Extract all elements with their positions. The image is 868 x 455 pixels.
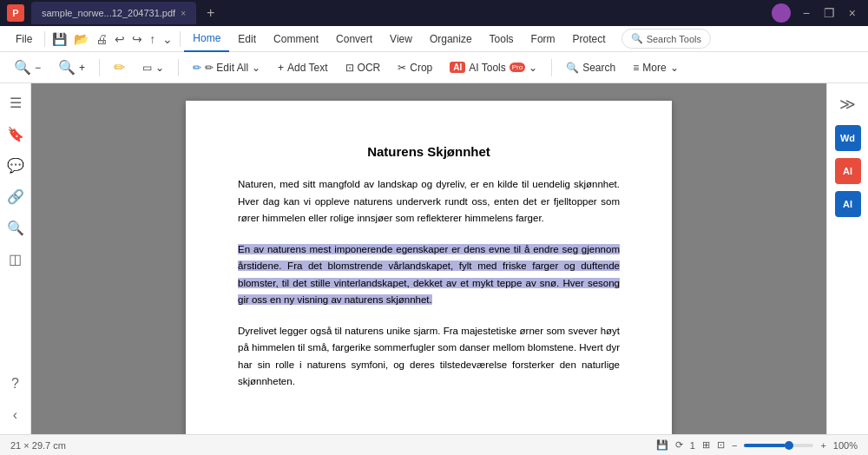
nav-menu: Home Edit Comment Convert View Organize … bbox=[184, 26, 614, 52]
menu-item-protect[interactable]: Protect bbox=[564, 26, 615, 52]
new-tab-button[interactable]: + bbox=[207, 5, 214, 21]
ocr-icon: ⊡ bbox=[345, 62, 354, 74]
document-tab[interactable]: sample_norwe...12_204731.pdf × bbox=[31, 2, 196, 24]
menu-item-convert[interactable]: Convert bbox=[327, 26, 381, 52]
toolbar-sep2 bbox=[178, 59, 179, 76]
edit-all-label: ✏ Edit All bbox=[205, 62, 248, 74]
zoom-out-button[interactable]: 🔍 − bbox=[7, 56, 48, 80]
zoom-in-button[interactable]: 🔍 + bbox=[51, 56, 92, 80]
document-page: Naturens Skjønnhet Naturen, med sitt man… bbox=[186, 101, 672, 434]
menu-divider bbox=[44, 31, 45, 47]
ai2-icon: AI bbox=[843, 199, 852, 209]
zoom-out-icon: 🔍 bbox=[14, 59, 31, 76]
minimize-button[interactable]: − bbox=[798, 4, 815, 22]
crop-label: Crop bbox=[410, 62, 432, 74]
document-area: Naturens Skjønnhet Naturen, med sitt man… bbox=[31, 83, 826, 434]
print-button[interactable]: 🖨 bbox=[92, 30, 111, 48]
zoom-level: 100% bbox=[833, 440, 858, 451]
paragraph-3: Dyrelivet legger også til naturens unike… bbox=[238, 323, 620, 391]
save-button[interactable]: 💾 bbox=[49, 30, 70, 48]
help-button[interactable]: ? bbox=[3, 372, 28, 396]
expand-panel-button[interactable]: ≫ bbox=[834, 90, 862, 118]
toolbar-sep3 bbox=[551, 59, 552, 76]
tab-label: sample_norwe...12_204731.pdf bbox=[42, 8, 175, 18]
more-label: More bbox=[642, 62, 666, 74]
page-number: 1 bbox=[690, 440, 695, 451]
comments-button[interactable]: 💬 bbox=[3, 153, 28, 177]
crop-button[interactable]: ✂ Crop bbox=[391, 56, 439, 80]
ai-tools-label: AI Tools bbox=[469, 62, 505, 74]
word-plugin-button[interactable]: Wd bbox=[835, 125, 861, 151]
menu-item-organize[interactable]: Organize bbox=[421, 26, 481, 52]
ai2-plugin-button[interactable]: AI bbox=[835, 191, 861, 217]
left-panel: ☰ 🔖 💬 🔗 🔍 ◫ ? ‹ bbox=[0, 83, 31, 434]
menu-item-edit[interactable]: Edit bbox=[229, 26, 265, 52]
search-button[interactable]: 🔍 Search bbox=[559, 56, 622, 80]
ai-tools-badge: Pro bbox=[510, 63, 525, 72]
highlighted-text: En av naturens mest imponerende egenskap… bbox=[238, 244, 620, 306]
edit-all-button[interactable]: ✏ ✏ Edit All ⌄ bbox=[186, 56, 267, 80]
thumbnails-button[interactable]: ☰ bbox=[3, 90, 28, 115]
zoom-out-status-button[interactable]: − bbox=[732, 440, 737, 451]
menu-item-comment[interactable]: Comment bbox=[265, 26, 327, 52]
close-tab-button[interactable]: × bbox=[181, 9, 186, 18]
shape-icon: ▭ bbox=[142, 62, 152, 74]
add-text-button[interactable]: + Add Text bbox=[271, 56, 335, 80]
more-button[interactable]: ≡ More ⌄ bbox=[626, 56, 685, 80]
sync-icon: ⟳ bbox=[675, 439, 683, 451]
ai-tools-button[interactable]: AI AI Tools Pro ⌄ bbox=[443, 56, 544, 80]
ai1-icon: AI bbox=[843, 166, 852, 176]
search-icon: 🔍 bbox=[631, 33, 643, 44]
toolbar: 🔍 − 🔍 + ✏ ▭ ⌄ ✏ ✏ Edit All ⌄ + Add Text … bbox=[0, 52, 868, 83]
nav-prev-button[interactable]: ‹ bbox=[3, 403, 28, 427]
crop-icon: ✂ bbox=[398, 62, 406, 74]
highlight-icon: ✏ bbox=[114, 59, 125, 76]
share-button[interactable]: ↑ bbox=[146, 30, 159, 48]
more-button[interactable]: ⌄ bbox=[159, 30, 176, 48]
ocr-label: OCR bbox=[358, 62, 381, 74]
window-controls: − ❐ × bbox=[798, 4, 861, 22]
main-content: ☰ 🔖 💬 🔗 🔍 ◫ ? ‹ Naturens Skjønnhet Natur… bbox=[0, 83, 868, 434]
menu-file[interactable]: File bbox=[7, 33, 41, 45]
add-text-icon: + bbox=[278, 62, 284, 74]
zoom-out-minus: − bbox=[35, 62, 41, 74]
menu-item-form[interactable]: Form bbox=[523, 26, 564, 52]
zoom-in-plus: + bbox=[79, 62, 85, 74]
undo-button[interactable]: ↩ bbox=[111, 30, 128, 48]
ai1-plugin-button[interactable]: AI bbox=[835, 158, 861, 184]
edit-icon: ✏ bbox=[193, 62, 201, 74]
view-mode-icon[interactable]: ⊞ bbox=[702, 439, 710, 451]
attachments-button[interactable]: 🔗 bbox=[3, 184, 28, 208]
open-button[interactable]: 📂 bbox=[70, 30, 92, 48]
search-panel-button[interactable]: 🔍 bbox=[3, 215, 28, 240]
search-icon: 🔍 bbox=[566, 62, 579, 74]
bookmarks-button[interactable]: 🔖 bbox=[3, 122, 28, 146]
ocr-button[interactable]: ⊡ OCR bbox=[339, 56, 388, 80]
highlight-button[interactable]: ✏ bbox=[107, 56, 132, 80]
app-icon: P bbox=[7, 4, 24, 22]
search-tools-button[interactable]: 🔍 Search Tools bbox=[621, 29, 711, 49]
menu-item-view[interactable]: View bbox=[381, 26, 421, 52]
restore-button[interactable]: ❐ bbox=[819, 4, 840, 22]
page-dimensions: 21 × 29.7 cm bbox=[10, 440, 66, 451]
redo-button[interactable]: ↪ bbox=[128, 30, 146, 48]
menu-item-home[interactable]: Home bbox=[184, 26, 229, 52]
add-text-label: Add Text bbox=[287, 62, 327, 74]
zoom-slider[interactable] bbox=[744, 444, 813, 447]
close-button[interactable]: × bbox=[844, 4, 861, 22]
fit-mode-icon[interactable]: ⊡ bbox=[717, 439, 725, 451]
zoom-in-status-button[interactable]: + bbox=[820, 440, 825, 451]
status-bar: 21 × 29.7 cm 💾 ⟳ 1 ⊞ ⊡ − + 100% bbox=[0, 434, 868, 455]
search-tools-label: Search Tools bbox=[647, 34, 701, 44]
shape-button[interactable]: ▭ ⌄ bbox=[135, 56, 171, 80]
ai-tools-icon: AI bbox=[450, 62, 465, 73]
menu-item-tools[interactable]: Tools bbox=[481, 26, 523, 52]
layers-button[interactable]: ◫ bbox=[3, 247, 28, 271]
word-icon: Wd bbox=[840, 133, 855, 143]
document-title: Naturens Skjønnhet bbox=[238, 144, 620, 159]
menu-divider2 bbox=[180, 31, 181, 47]
status-right: 💾 ⟳ 1 ⊞ ⊡ − + 100% bbox=[656, 439, 858, 451]
shape-dropdown-icon: ⌄ bbox=[155, 62, 164, 74]
search-label: Search bbox=[582, 62, 615, 74]
paragraph-2: En av naturens mest imponerende egenskap… bbox=[238, 241, 620, 309]
